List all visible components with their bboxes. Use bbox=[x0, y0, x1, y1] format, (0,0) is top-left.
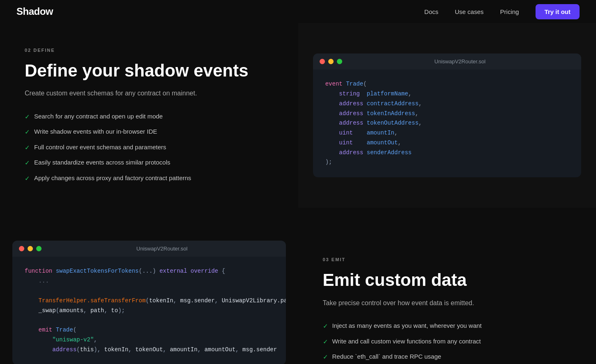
window-title-bar: UniswapV2Router.sol bbox=[12, 241, 286, 257]
nav-links: Docs Use cases Pricing Try it out bbox=[424, 4, 580, 19]
define-features: ✓ Search for any contract and open up ed… bbox=[25, 112, 274, 183]
feature-text: Apply changes across proxy and factory c… bbox=[34, 174, 191, 183]
feature-text: Write shadow events with our in-browser … bbox=[34, 127, 157, 137]
emit-subtitle: Take precise control over how event data… bbox=[323, 298, 572, 308]
feature-item: ✓ Apply changes across proxy and factory… bbox=[25, 174, 274, 183]
feature-item: ✓ Write shadow events with our in-browse… bbox=[25, 127, 274, 137]
check-icon: ✓ bbox=[25, 128, 30, 137]
feature-item: ✓ Easily standardize events across simil… bbox=[25, 158, 274, 168]
check-icon: ✓ bbox=[25, 174, 30, 183]
feature-text: Inject as many events as you want, where… bbox=[332, 321, 482, 331]
define-section: 02 DEFINE Define your shadow events Crea… bbox=[0, 23, 596, 208]
feature-text: Write and call custom view functions fro… bbox=[332, 337, 481, 346]
define-tag: 02 DEFINE bbox=[25, 48, 274, 53]
check-icon: ✓ bbox=[323, 322, 328, 331]
dot-green bbox=[337, 59, 342, 64]
feature-text: Search for any contract and open up edit… bbox=[34, 112, 163, 121]
define-subtitle: Create custom event schemas for any cont… bbox=[25, 88, 274, 99]
code-content: event Trade( string platformName, addres… bbox=[313, 70, 581, 177]
check-icon: ✓ bbox=[25, 143, 30, 153]
define-code-panel: UniswapV2Router.sol event Trade( string … bbox=[298, 23, 596, 208]
emit-code-panel: UniswapV2Router.sol function swapExactTo… bbox=[0, 232, 298, 364]
define-title: Define your shadow events bbox=[25, 61, 274, 81]
cta-button[interactable]: Try it out bbox=[536, 4, 580, 19]
dot-red bbox=[19, 246, 24, 251]
filename: UniswapV2Router.sol bbox=[137, 246, 188, 252]
emit-tag: 03 EMIT bbox=[323, 257, 572, 262]
nav-pricing[interactable]: Pricing bbox=[500, 8, 519, 15]
feature-item: ✓ Write and call custom view functions f… bbox=[323, 337, 572, 347]
feature-item: ✓ Full control over event schemas and pa… bbox=[25, 143, 274, 153]
feature-text: Full control over event schemas and para… bbox=[34, 143, 166, 152]
navbar: Shadow Docs Use cases Pricing Try it out bbox=[0, 0, 596, 23]
spacer bbox=[0, 208, 596, 232]
check-icon: ✓ bbox=[25, 158, 30, 168]
feature-text: Easily standardize events across similar… bbox=[34, 158, 170, 167]
check-icon: ✓ bbox=[25, 112, 30, 122]
feature-text: Reduce `eth_call` and trace RPC usage bbox=[332, 352, 441, 362]
dot-red bbox=[320, 59, 325, 64]
define-text-panel: 02 DEFINE Define your shadow events Crea… bbox=[0, 23, 298, 208]
dot-yellow bbox=[28, 246, 33, 251]
feature-item: ✓ Inject as many events as you want, whe… bbox=[323, 321, 572, 331]
emit-title: Emit custom data bbox=[323, 270, 572, 290]
logo: Shadow bbox=[16, 6, 53, 17]
check-icon: ✓ bbox=[323, 337, 328, 347]
emit-section: UniswapV2Router.sol function swapExactTo… bbox=[0, 232, 596, 364]
window-title-bar: UniswapV2Router.sol bbox=[313, 53, 581, 70]
feature-item: ✓ Search for any contract and open up ed… bbox=[25, 112, 274, 122]
emit-code-window: UniswapV2Router.sol function swapExactTo… bbox=[12, 241, 286, 364]
dot-yellow bbox=[328, 59, 334, 64]
emit-features: ✓ Inject as many events as you want, whe… bbox=[323, 321, 572, 364]
nav-use-cases[interactable]: Use cases bbox=[455, 8, 484, 15]
nav-docs[interactable]: Docs bbox=[424, 8, 438, 15]
define-code-window: UniswapV2Router.sol event Trade( string … bbox=[313, 53, 581, 177]
dot-green bbox=[36, 246, 42, 251]
feature-item: ✓ Reduce `eth_call` and trace RPC usage bbox=[323, 352, 572, 362]
emit-text-panel: 03 EMIT Emit custom data Take precise co… bbox=[298, 232, 596, 364]
emit-code-content: function swapExactTokensForTokens(...) e… bbox=[12, 257, 286, 364]
check-icon: ✓ bbox=[323, 352, 328, 362]
filename: UniswapV2Router.sol bbox=[434, 58, 485, 65]
